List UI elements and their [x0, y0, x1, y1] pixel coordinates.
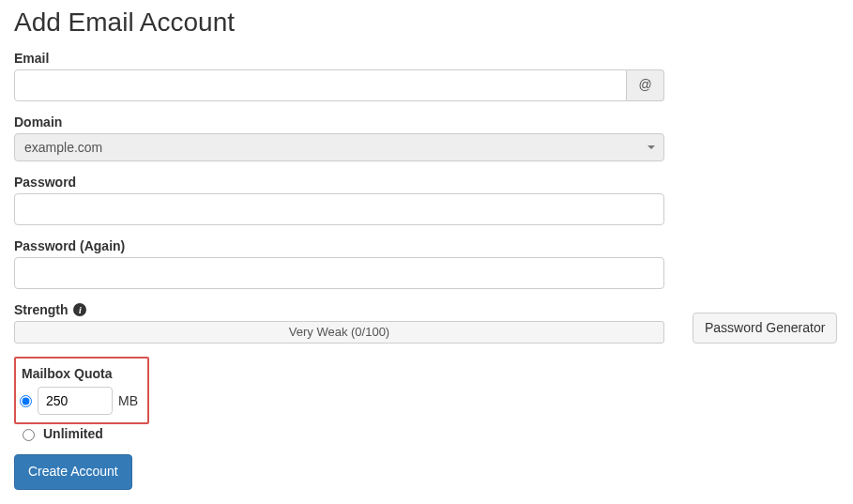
- password-again-input[interactable]: [14, 257, 664, 289]
- create-account-button[interactable]: Create Account: [14, 454, 132, 490]
- strength-label: Strength i: [14, 302, 664, 317]
- info-icon: i: [73, 303, 86, 316]
- domain-label: Domain: [14, 115, 839, 130]
- quota-size-input[interactable]: [38, 387, 113, 415]
- email-at-addon: @: [627, 69, 664, 101]
- mailbox-quota-group: Mailbox Quota MB: [14, 357, 149, 424]
- email-input[interactable]: [14, 69, 627, 101]
- quota-size-radio[interactable]: [20, 395, 32, 407]
- password-input[interactable]: [14, 193, 664, 225]
- mailbox-quota-label: Mailbox Quota: [20, 366, 138, 381]
- quota-unlimited-label: Unlimited: [43, 426, 103, 441]
- email-label: Email: [14, 51, 839, 66]
- password-generator-button[interactable]: Password Generator: [693, 313, 837, 344]
- quota-unlimited-radio[interactable]: [23, 429, 35, 441]
- password-strength-meter: Very Weak (0/100): [14, 321, 664, 344]
- domain-select[interactable]: example.com: [14, 133, 664, 161]
- page-title: Add Email Account: [14, 8, 839, 38]
- password-label: Password: [14, 175, 664, 190]
- password-again-label: Password (Again): [14, 238, 664, 253]
- quota-unit-label: MB: [118, 393, 138, 408]
